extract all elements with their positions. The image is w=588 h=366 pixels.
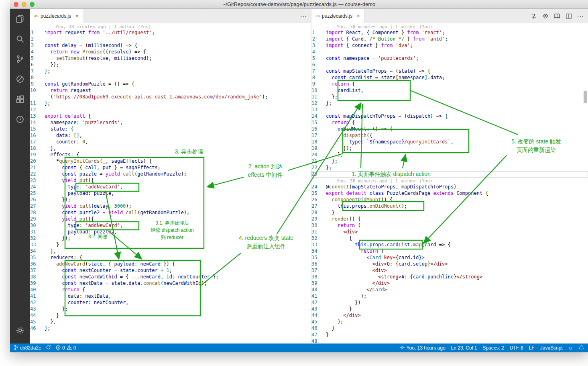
- line-number[interactable]: 8: [311, 75, 326, 81]
- code-line[interactable]: 2: [30, 36, 311, 43]
- line-number[interactable]: 5: [30, 55, 45, 62]
- line-number[interactable]: 17: [311, 133, 326, 139]
- code-line[interactable]: 37 const nextCounter = state.counter + 1…: [30, 268, 311, 274]
- code-line[interactable]: 31 <div>: [311, 229, 588, 235]
- line-number[interactable]: 43: [30, 306, 45, 313]
- code-line[interactable]: 29 render() {: [311, 216, 588, 223]
- toggle-blame-icon[interactable]: [542, 13, 549, 19]
- code-line[interactable]: 32 });: [30, 235, 311, 242]
- line-number[interactable]: 20: [30, 158, 45, 165]
- line-number[interactable]: 11: [311, 94, 326, 100]
- code-line[interactable]: 41 data: nextData,: [30, 293, 311, 300]
- code-line[interactable]: 23 yield put({: [30, 178, 311, 184]
- code-line[interactable]: 13: [311, 107, 588, 113]
- code-line[interactable]: 40 return {: [30, 287, 311, 293]
- code-line[interactable]: 35 reducers: {: [30, 255, 311, 261]
- code-line[interactable]: 21 const { call, put } = sagaEffects;: [30, 165, 311, 171]
- code-line[interactable]: 17 counter: 0,: [30, 139, 311, 145]
- code-line[interactable]: 46};: [30, 325, 311, 332]
- feedback-smiley-icon[interactable]: ☺: [568, 345, 573, 351]
- line-number[interactable]: 26: [311, 197, 326, 203]
- code-line[interactable]: 33 this.props.cardList.map(card => {: [311, 242, 588, 248]
- code-line[interactable]: 25 payload: puzzle,: [30, 190, 311, 197]
- code-line[interactable]: 8 const cardList = state[namespace].data…: [311, 75, 588, 81]
- line-number[interactable]: 1: [30, 30, 45, 36]
- more-actions-icon[interactable]: ···: [577, 13, 584, 19]
- notifications-bell-icon[interactable]: [579, 345, 584, 351]
- line-number[interactable]: 36: [30, 261, 45, 268]
- code-line[interactable]: 5 setTimeout(resolve, millisecond);: [30, 55, 311, 62]
- line-number[interactable]: 41: [311, 293, 326, 300]
- scrollbar-thumb[interactable]: [584, 91, 587, 103]
- code-line[interactable]: 26 componentDidMount() {: [311, 197, 588, 203]
- line-number[interactable]: 38: [30, 274, 45, 280]
- indentation[interactable]: Spaces: 2: [482, 345, 504, 351]
- code-line[interactable]: 16 data: [],: [30, 133, 311, 139]
- code-line[interactable]: 11 };: [311, 94, 588, 100]
- line-number[interactable]: 17: [30, 139, 45, 145]
- line-number[interactable]: 27: [311, 203, 326, 210]
- code-line[interactable]: 30 return (: [311, 223, 588, 229]
- line-number[interactable]: 24: [30, 184, 45, 190]
- line-number[interactable]: 45: [30, 319, 45, 325]
- code-line[interactable]: 42 }): [311, 300, 588, 306]
- line-number[interactable]: 30: [30, 223, 45, 229]
- close-button[interactable]: [14, 2, 18, 7]
- line-number[interactable]: 46: [311, 325, 326, 332]
- code-line[interactable]: 9const getRandomPuzzle = () => {: [30, 81, 311, 88]
- line-number[interactable]: 6: [311, 62, 326, 68]
- code-line[interactable]: 13export default {: [30, 113, 311, 120]
- line-number[interactable]: 40: [311, 287, 326, 293]
- line-number[interactable]: 3: [30, 43, 45, 49]
- code-line[interactable]: 18 },: [30, 145, 311, 152]
- line-number[interactable]: 31: [30, 229, 45, 235]
- line-number[interactable]: 21: [311, 158, 326, 165]
- code-line[interactable]: 41 );: [311, 293, 588, 300]
- line-number[interactable]: 37: [30, 268, 45, 274]
- code-line[interactable]: 38 const newCardWithId = { ...newCard, i…: [30, 274, 311, 280]
- files-icon[interactable]: [10, 9, 30, 29]
- code-line[interactable]: ('https://08ad1pao69.execute-api.us-east…: [30, 94, 311, 100]
- line-number[interactable]: 12: [30, 107, 45, 113]
- line-number[interactable]: 5: [311, 55, 326, 62]
- blame-status[interactable]: You, 13 hours ago: [399, 345, 446, 351]
- code-line[interactable]: 27 yield call(delay, 3000);: [30, 203, 311, 210]
- line-number[interactable]: 34: [311, 248, 326, 255]
- line-number[interactable]: 32: [311, 235, 326, 242]
- code-line[interactable]: 15 return {: [311, 120, 588, 126]
- code-line[interactable]: 45 );: [311, 319, 588, 325]
- line-number[interactable]: 46: [30, 325, 45, 332]
- line-number[interactable]: 18: [30, 145, 45, 152]
- zoom-button[interactable]: [30, 2, 35, 7]
- code-line[interactable]: 46 }: [311, 325, 588, 332]
- code-line[interactable]: 35 <Card key={card.id}>: [311, 255, 588, 261]
- code-line[interactable]: 36 addNewCard(state, { payload: newCard …: [30, 261, 311, 268]
- line-number[interactable]: 8: [30, 75, 45, 81]
- code-line[interactable]: 20 *queryInitCards(_, sagaEffects) {: [30, 158, 311, 165]
- line-number[interactable]: 32: [30, 235, 45, 242]
- line-number[interactable]: 29: [30, 216, 45, 223]
- line-number[interactable]: 45: [311, 319, 326, 325]
- code-line[interactable]: 5const namespace = 'puzzlecards';: [311, 55, 588, 62]
- code-line[interactable]: 7const mapStateToProps = (state) => {: [311, 68, 588, 75]
- line-number[interactable]: 2: [30, 36, 45, 43]
- code-line[interactable]: 34 },: [30, 248, 311, 255]
- line-number[interactable]: 15: [311, 120, 326, 126]
- line-number[interactable]: 11: [30, 100, 45, 107]
- line-number[interactable]: 10: [30, 88, 45, 94]
- open-changes-icon[interactable]: [531, 13, 537, 19]
- line-number[interactable]: 14: [30, 120, 45, 126]
- code-line[interactable]: 19 effects: {: [30, 152, 311, 158]
- code-line[interactable]: 39 const nextData = state.data.concat(ne…: [30, 280, 311, 287]
- debug-icon[interactable]: [10, 69, 30, 89]
- code-line[interactable]: 21 };: [311, 158, 588, 165]
- line-number[interactable]: 43: [311, 306, 326, 313]
- code-line[interactable]: 11};: [30, 100, 311, 107]
- minimize-button[interactable]: [22, 2, 26, 7]
- line-number[interactable]: 42: [311, 300, 326, 306]
- code-line[interactable]: 24 type: 'addNewCard',: [30, 184, 311, 190]
- line-number[interactable]: 39: [30, 280, 45, 287]
- line-number[interactable]: 22: [311, 165, 326, 171]
- line-number[interactable]: 7: [311, 68, 326, 75]
- code-line[interactable]: 6 });: [30, 62, 311, 68]
